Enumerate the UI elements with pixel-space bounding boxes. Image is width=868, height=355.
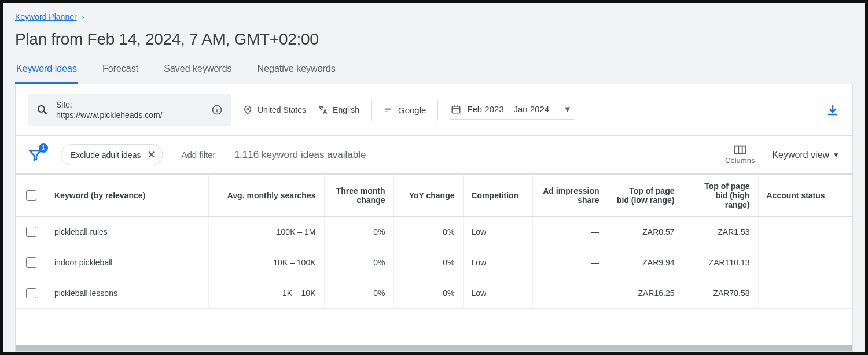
tabs: Keyword ideas Forecast Saved keywords Ne…: [15, 59, 853, 84]
table-header-row: Keyword (by relevance) Avg. monthly sear…: [16, 175, 852, 217]
filter-count-badge: 1: [39, 143, 48, 153]
col-competition[interactable]: Competition: [463, 175, 532, 217]
network-selector[interactable]: Google: [371, 99, 438, 121]
chevron-down-icon: ▼: [833, 151, 840, 159]
svg-point-9: [389, 112, 390, 112]
download-button[interactable]: [826, 103, 840, 117]
cell-keyword: pickleball rules: [46, 217, 208, 247]
cell-yoy: 0%: [393, 217, 463, 247]
breadcrumb-link[interactable]: Keyword Planner: [15, 12, 77, 21]
tab-keyword-ideas[interactable]: Keyword ideas: [15, 59, 78, 84]
cell-three: 0%: [324, 247, 393, 278]
cell-avg: 1K – 10K: [208, 278, 324, 309]
location-selector[interactable]: United States: [242, 105, 306, 115]
row-checkbox[interactable]: [26, 288, 36, 298]
svg-rect-16: [735, 146, 745, 154]
svg-point-5: [247, 108, 249, 110]
network-icon: [383, 105, 392, 114]
cell-low-bid: ZAR9.94: [608, 247, 683, 278]
page-title: Plan from Feb 14, 2024, 7 AM, GMT+02:00: [15, 30, 853, 49]
cell-low-bid: ZAR0.57: [608, 217, 683, 247]
cell-adimp: —: [532, 278, 608, 309]
cell-yoy: 0%: [393, 278, 463, 309]
chevron-right-icon: ›: [82, 12, 84, 21]
cell-high-bid: ZAR1.53: [683, 217, 758, 247]
filter-chip-label: Exclude adult ideas: [71, 150, 141, 160]
cell-high-bid: ZAR78.58: [683, 278, 758, 309]
cell-three: 0%: [324, 217, 393, 247]
cell-yoy: 0%: [393, 247, 463, 278]
cell-status: [758, 278, 852, 309]
col-avg-searches[interactable]: Avg. monthly searches: [208, 175, 324, 217]
cell-competition: Low: [463, 217, 532, 247]
calendar-icon: [451, 104, 461, 114]
col-yoy[interactable]: YoY change: [393, 175, 463, 217]
cell-competition: Low: [463, 247, 532, 278]
tab-negative-keywords[interactable]: Negative keywords: [256, 59, 337, 84]
add-filter-button[interactable]: Add filter: [181, 150, 215, 160]
tab-saved-keywords[interactable]: Saved keywords: [163, 59, 233, 84]
close-icon[interactable]: ✕: [148, 149, 155, 160]
columns-button[interactable]: Columns: [725, 145, 755, 165]
svg-rect-10: [453, 106, 461, 113]
col-keyword[interactable]: Keyword (by relevance): [46, 175, 208, 217]
col-account-status[interactable]: Account status: [758, 175, 852, 217]
site-seed-text: Site: https://www.pickleheads.com/: [56, 99, 203, 120]
language-selector[interactable]: English: [318, 105, 359, 115]
table-row[interactable]: pickleball rules100K – 1M0%0%Low—ZAR0.57…: [16, 217, 852, 247]
cell-keyword: pickleball lessons: [46, 278, 208, 309]
cell-adimp: —: [532, 247, 608, 278]
translate-icon: [318, 105, 328, 115]
select-all-checkbox[interactable]: [26, 190, 36, 201]
horizontal-scrollbar[interactable]: [16, 345, 852, 351]
row-checkbox[interactable]: [26, 257, 36, 268]
tab-forecast[interactable]: Forecast: [101, 59, 139, 84]
cell-avg: 10K – 100K: [208, 247, 324, 278]
svg-line-1: [44, 112, 47, 114]
col-ad-impression[interactable]: Ad impression share: [532, 175, 608, 217]
date-range-selector[interactable]: Feb 2023 – Jan 2024 ▼: [450, 101, 574, 120]
filter-icon[interactable]: 1: [28, 148, 42, 162]
view-selector[interactable]: Keyword view ▼: [772, 150, 840, 160]
site-seed-box[interactable]: Site: https://www.pickleheads.com/: [28, 94, 231, 126]
cell-low-bid: ZAR16.25: [608, 278, 683, 309]
location-pin-icon: [242, 105, 253, 115]
cell-status: [758, 217, 852, 247]
col-three-month[interactable]: Three month change: [324, 175, 393, 217]
col-high-bid[interactable]: Top of page bid (high range): [683, 175, 758, 217]
ideas-count: 1,116 keyword ideas available: [234, 149, 366, 161]
search-icon: [36, 104, 48, 116]
cell-keyword: indoor pickleball: [46, 247, 208, 278]
svg-point-4: [216, 107, 218, 108]
columns-label: Columns: [725, 156, 755, 165]
filter-chip-exclude-adult[interactable]: Exclude adult ideas ✕: [61, 144, 163, 165]
cell-adimp: —: [532, 217, 608, 247]
svg-point-0: [38, 106, 45, 112]
chevron-down-icon: ▼: [563, 104, 572, 114]
cell-status: [758, 247, 852, 278]
col-low-bid[interactable]: Top of page bid (low range): [608, 175, 683, 217]
cell-three: 0%: [324, 278, 393, 309]
table-row[interactable]: indoor pickleball10K – 100K0%0%Low—ZAR9.…: [16, 247, 852, 278]
cell-high-bid: ZAR110.13: [683, 247, 758, 278]
table-row[interactable]: pickleball lessons1K – 10K0%0%Low—ZAR16.…: [16, 278, 852, 309]
row-checkbox[interactable]: [26, 227, 36, 237]
cell-avg: 100K – 1M: [208, 217, 324, 247]
cell-competition: Low: [463, 278, 532, 309]
breadcrumb: Keyword Planner ›: [15, 12, 853, 22]
info-icon[interactable]: [211, 104, 223, 116]
